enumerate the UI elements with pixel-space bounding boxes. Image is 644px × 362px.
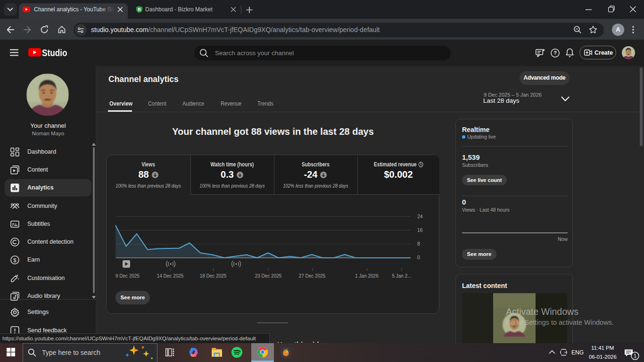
- svg-text:23 Dec 2025: 23 Dec 2025: [255, 273, 282, 279]
- svg-text:B: B: [138, 7, 141, 12]
- svg-text:0: 0: [417, 255, 420, 260]
- svg-text:8: 8: [417, 241, 420, 247]
- svg-text:27 Dec 2025: 27 Dec 2025: [299, 273, 326, 279]
- svg-text:$: $: [13, 257, 17, 263]
- svg-text:1 Jan 2026: 1 Jan 2026: [355, 273, 379, 279]
- svg-text:24: 24: [417, 214, 423, 219]
- svg-text:16: 16: [417, 227, 423, 233]
- svg-text:1: 1: [634, 353, 636, 359]
- svg-text:18 Dec 2025: 18 Dec 2025: [200, 273, 227, 279]
- svg-text:9 Dec 2025: 9 Dec 2025: [116, 273, 140, 279]
- svg-text:14 Dec 2025: 14 Dec 2025: [157, 273, 184, 279]
- svg-text:5 Jan 2...: 5 Jan 2...: [392, 273, 411, 279]
- svg-text:?: ?: [553, 50, 557, 56]
